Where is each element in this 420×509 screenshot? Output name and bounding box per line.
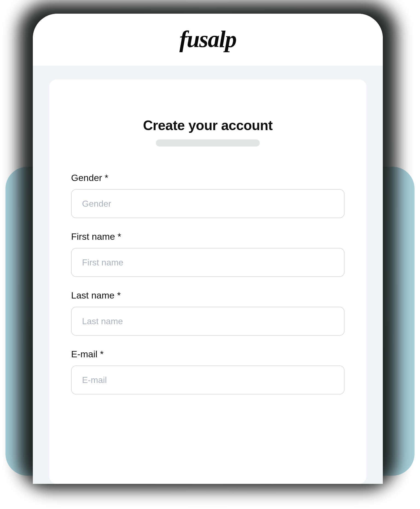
field-gender: Gender * [71, 172, 345, 218]
form-title: Create your account [71, 118, 345, 133]
field-email: E-mail * [71, 349, 345, 394]
signup-card: Create your account Gender * First name … [49, 79, 366, 484]
app-header: fusalp [33, 14, 383, 66]
form-fields: Gender * First name * Last name * E-mail… [71, 172, 345, 394]
first-name-input[interactable] [71, 248, 345, 277]
gender-label: Gender * [71, 172, 345, 183]
email-label: E-mail * [71, 349, 345, 359]
field-last-name: Last name * [71, 290, 345, 336]
last-name-input[interactable] [71, 307, 345, 336]
last-name-label: Last name * [71, 290, 345, 301]
first-name-label: First name * [71, 231, 345, 242]
device-frame: fusalp Create your account Gender * Firs… [33, 14, 383, 484]
brand-logo: fusalp [179, 27, 236, 51]
gender-input[interactable] [71, 189, 345, 218]
title-underline [156, 139, 260, 147]
email-input[interactable] [71, 365, 345, 394]
app-body: Create your account Gender * First name … [33, 66, 383, 484]
field-first-name: First name * [71, 231, 345, 277]
